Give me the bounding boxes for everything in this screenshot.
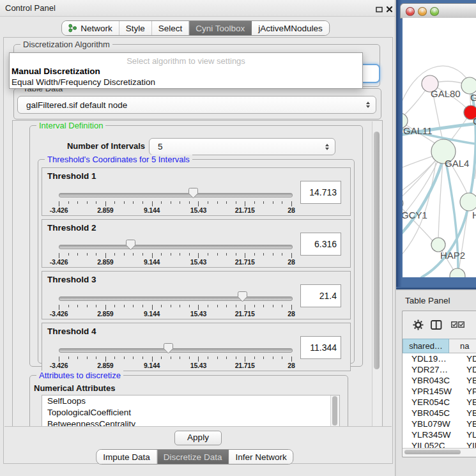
table-cell-name[interactable]: YIL0: [457, 440, 476, 448]
checkboxes-icon[interactable]: [451, 321, 464, 328]
settings-vertical-scrollbar-thumb[interactable]: [374, 132, 380, 369]
numerical-attributes-list[interactable]: SelfLoopsTopologicalCoefficientBetweenne…: [42, 395, 340, 428]
network-canvas[interactable]: GAL80GCGAL11GAL4GCY1HHAP2: [403, 18, 476, 277]
network-node-right-node[interactable]: [460, 193, 476, 211]
threshold-value-field[interactable]: 14.713: [300, 181, 341, 204]
table-cell-name[interactable]: YBR0: [457, 408, 476, 418]
algorithm-hint-option[interactable]: Select algorithm to view settings: [10, 56, 362, 66]
table-horizontal-scrollbar-thumb[interactable]: [404, 450, 461, 454]
table-cell-shared[interactable]: YIL052C: [403, 440, 457, 448]
table-row[interactable]: YDR27…YDR2: [403, 364, 476, 375]
slider-track[interactable]: [59, 193, 293, 197]
slider-track[interactable]: [59, 296, 293, 301]
slider[interactable]: [59, 291, 291, 305]
close-traffic-light[interactable]: [406, 7, 415, 16]
table-row[interactable]: YBR043CYBR0: [403, 375, 476, 386]
table-row[interactable]: YIL052CYIL0: [403, 440, 476, 448]
table-cell-shared[interactable]: YBR045C: [403, 408, 457, 418]
tick-label: -3.426: [50, 310, 68, 318]
close-window-icon[interactable]: [386, 4, 393, 15]
tick-label: 9.144: [144, 310, 160, 318]
column-header-name[interactable]: na: [449, 339, 476, 353]
slider-tick-labels: -3.4262.8599.14415.4321.71528: [59, 310, 291, 318]
table-cell-name[interactable]: YDL1: [457, 353, 476, 364]
tab-network[interactable]: Network: [62, 21, 119, 35]
tab-discretize-data-label: Discretize Data: [164, 452, 222, 462]
zoom-traffic-light[interactable]: [430, 7, 439, 16]
slider-thumb[interactable]: [164, 343, 173, 354]
tab-style-label: Style: [126, 24, 145, 33]
slider-thumb[interactable]: [126, 240, 135, 250]
tab-impute-data[interactable]: Impute Data: [96, 450, 157, 464]
table-cell-name[interactable]: YLR3: [457, 429, 476, 440]
settings-vertical-scrollbar[interactable]: [372, 121, 381, 427]
tick-mark: [291, 357, 292, 362]
option-manual-discretization[interactable]: Manual Discretization: [12, 66, 100, 76]
table-row[interactable]: YPR145WYPR1: [403, 386, 476, 397]
threshold-label: Threshold 1: [47, 171, 96, 181]
tick-mark: [180, 305, 180, 307]
threshold-value-field[interactable]: 11.344: [300, 336, 341, 359]
slider-track[interactable]: [59, 348, 293, 353]
table-data-combobox[interactable]: galFiltered.sif default node: [17, 96, 376, 114]
table-cell-name[interactable]: YBR0: [457, 375, 476, 386]
table-row[interactable]: YDL19…YDL1: [403, 353, 476, 364]
gear-icon[interactable]: [413, 319, 424, 333]
apply-button[interactable]: Apply: [174, 431, 222, 445]
attributes-list-scrollbar[interactable]: [330, 395, 339, 427]
table-cell-name[interactable]: YER0: [457, 397, 476, 408]
tab-cyni-toolbox[interactable]: Cyni Toolbox: [189, 21, 252, 35]
columns-icon[interactable]: [431, 320, 442, 332]
tick-label: -3.426: [50, 362, 68, 369]
column-header-shared[interactable]: shared…: [403, 339, 449, 353]
tick-label: 2.859: [97, 258, 113, 266]
tick-mark: [236, 305, 236, 307]
tab-select[interactable]: Select: [152, 21, 190, 35]
tick-mark: [208, 357, 208, 359]
table-cell-shared[interactable]: YDL19…: [403, 353, 457, 364]
slider-thumb[interactable]: [188, 188, 198, 199]
slider-thumb[interactable]: [238, 291, 247, 302]
attribute-item[interactable]: SelfLoops: [42, 395, 339, 407]
tick-mark: [114, 253, 115, 256]
tab-discretize-data[interactable]: Discretize Data: [157, 450, 229, 464]
number-of-intervals-spinner[interactable]: 5: [149, 138, 335, 155]
float-window-icon[interactable]: [376, 4, 383, 15]
table-row[interactable]: YBR045CYBR0: [403, 408, 476, 418]
slider[interactable]: [59, 187, 291, 201]
slider[interactable]: [59, 342, 291, 357]
table-cell-name[interactable]: YPR1: [457, 386, 476, 397]
table-row[interactable]: YBL079WYBL0: [403, 418, 476, 429]
tick-mark: [87, 201, 88, 204]
table-cell-name[interactable]: YBL0: [457, 418, 476, 429]
tab-style[interactable]: Style: [119, 21, 152, 35]
table-cell-name[interactable]: YDR2: [457, 364, 476, 375]
tick-label: 28: [288, 258, 295, 266]
tab-infer-network[interactable]: Infer Network: [229, 450, 293, 464]
tab-jactivemnodules[interactable]: jActiveMNodules: [252, 21, 329, 35]
table-cell-shared[interactable]: YLR345W: [403, 429, 457, 440]
tick-mark: [161, 253, 162, 256]
tick-mark: [254, 253, 255, 256]
table-cell-shared[interactable]: YDR27…: [403, 364, 457, 375]
table-cell-shared[interactable]: YBL079W: [403, 418, 457, 429]
table-row[interactable]: YER054CYER0: [403, 397, 476, 408]
threshold-value-field[interactable]: 21.4: [300, 284, 341, 307]
attribute-item[interactable]: TopologicalCoefficient: [42, 407, 339, 418]
table-horizontal-scrollbar[interactable]: [403, 448, 476, 456]
table-row[interactable]: YLR345WYLR3: [403, 429, 476, 440]
attributes-list-scrollbar-thumb[interactable]: [332, 396, 337, 426]
minimize-traffic-light[interactable]: [418, 7, 427, 16]
table-cell-shared[interactable]: YBR043C: [403, 375, 457, 386]
slider-track[interactable]: [59, 245, 293, 249]
network-node-gcy1-node[interactable]: [403, 197, 403, 209]
threshold-value-field[interactable]: 6.316: [300, 233, 341, 256]
control-panel-titlebar: Control Panel: [0, 0, 395, 17]
table-cell-shared[interactable]: YPR145W: [403, 386, 457, 397]
table-cell-shared[interactable]: YER054C: [403, 397, 457, 408]
tick-mark: [217, 305, 218, 307]
option-equal-width-frequency[interactable]: Equal Width/Frequency Discretization: [12, 77, 155, 87]
network-node-bottom-node[interactable]: [450, 268, 465, 277]
tick-mark: [171, 201, 171, 204]
slider[interactable]: [59, 239, 291, 253]
